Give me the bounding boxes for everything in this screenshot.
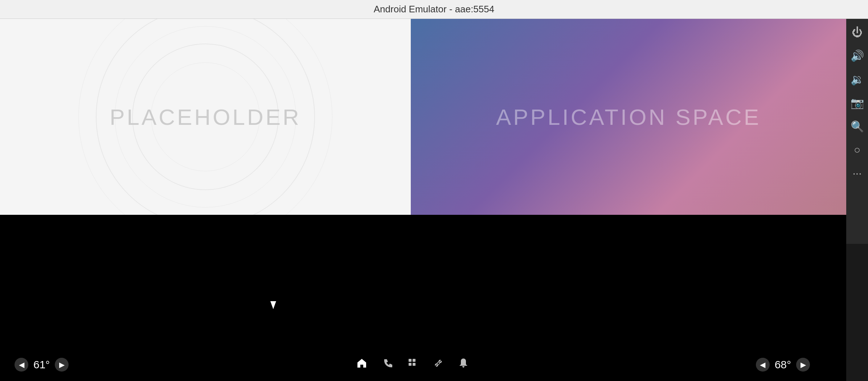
left-temp-value: 61°	[33, 359, 50, 371]
right-toolbar: ⏻ 🔊 🔉 📷 🔍 ○ ···	[846, 19, 868, 244]
svg-rect-12	[413, 359, 415, 362]
svg-rect-14	[413, 363, 415, 366]
more-icon[interactable]: ···	[852, 167, 861, 179]
svg-rect-11	[409, 359, 412, 362]
svg-point-15	[437, 362, 439, 364]
car-hud: 1:11 PM Driver Weather --°	[0, 215, 846, 381]
circle-icon[interactable]: ○	[854, 144, 860, 156]
power-icon[interactable]: ⏻	[852, 26, 863, 38]
fan-nav-icon[interactable]	[433, 358, 444, 372]
phone-nav-icon[interactable]	[382, 358, 393, 372]
placeholder-label: PLACEHOLDER	[110, 104, 301, 130]
svg-rect-13	[409, 363, 412, 366]
home-nav-icon[interactable]	[356, 357, 368, 372]
right-temp-down-button[interactable]: ◀	[756, 358, 770, 372]
apps-nav-icon[interactable]	[408, 358, 418, 372]
volume-up-icon[interactable]: 🔊	[851, 49, 864, 62]
main-display: PLACEHOLDER APPLICATION SPACE	[0, 19, 846, 215]
title-text: Android Emulator - aae:5554	[374, 4, 494, 15]
right-temp-up-button[interactable]: ▶	[796, 358, 810, 372]
right-panel: APPLICATION SPACE	[411, 19, 846, 215]
left-panel: PLACEHOLDER	[0, 19, 411, 215]
camera-icon[interactable]: 📷	[851, 97, 864, 109]
right-temp-value: 68°	[775, 359, 791, 371]
app-space-label: APPLICATION SPACE	[496, 104, 761, 130]
zoom-icon[interactable]: 🔍	[851, 120, 864, 133]
nav-icons	[356, 357, 468, 372]
right-temp-control: ◀ 68° ▶	[756, 358, 810, 372]
cursor-shape	[270, 301, 276, 309]
left-temp-up-button[interactable]: ▶	[55, 358, 69, 372]
title-bar: Android Emulator - aae:5554	[0, 0, 868, 19]
cursor	[270, 301, 276, 309]
left-temp-control: ◀ 61° ▶	[15, 358, 69, 372]
left-temp-down-button[interactable]: ◀	[15, 358, 28, 372]
bottom-nav: ◀ 61° ▶	[0, 348, 824, 381]
bell-nav-icon[interactable]	[458, 358, 468, 372]
volume-down-icon[interactable]: 🔉	[851, 73, 864, 86]
